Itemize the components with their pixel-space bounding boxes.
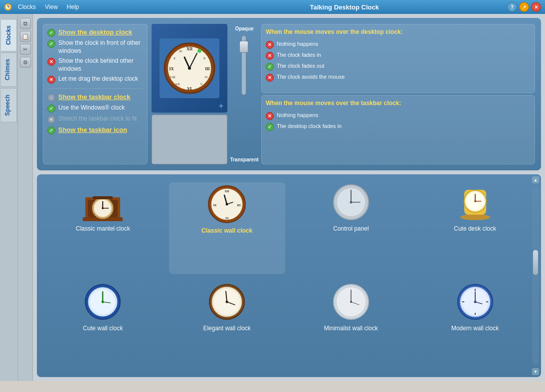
- clock-item-cute-desk[interactable]: Cute desk clock: [417, 182, 533, 274]
- restore-button[interactable]: ↗: [519, 2, 529, 12]
- svg-point-69: [350, 301, 352, 303]
- svg-point-46: [460, 214, 490, 220]
- svg-text:II: II: [203, 57, 205, 60]
- clock-gallery: Classic mantel clock XII III VI IX: [37, 174, 541, 377]
- option-taskbar-label: Show the taskbar clock: [58, 93, 131, 102]
- clock-item-modern-wall[interactable]: Modern wall clock: [417, 282, 533, 370]
- paste-icon-button[interactable]: 📋: [20, 31, 31, 42]
- svg-rect-31: [93, 196, 113, 199]
- clock-item-control-panel[interactable]: Control panel: [293, 182, 409, 274]
- option-front[interactable]: ✓ Show the clock in front of other windo…: [47, 39, 143, 55]
- option-taskbar-icon-label: Show the taskbar icon: [58, 126, 127, 134]
- svg-text:XII: XII: [186, 47, 192, 51]
- check-avoids: ✕: [266, 74, 274, 82]
- cute-wall-label: Cute wall clock: [83, 325, 123, 332]
- check-windows: ✓: [47, 105, 55, 113]
- scroll-up-button[interactable]: ▲: [532, 176, 539, 183]
- mouse-avoids[interactable]: ✕ The clock avoids the mouse: [266, 73, 531, 82]
- check-stretch: ✕: [47, 116, 55, 124]
- elegant-wall-icon: [207, 282, 247, 322]
- control-panel-icon: [331, 182, 371, 222]
- scrollbar-thumb[interactable]: [533, 250, 538, 275]
- close-button[interactable]: ✕: [531, 2, 541, 12]
- clock-item-elegant-wall[interactable]: Elegant wall clock: [169, 282, 285, 370]
- copy-icon-button[interactable]: ⧉: [20, 18, 31, 29]
- scroll-down-button[interactable]: ▼: [532, 368, 539, 375]
- control-panel-label: Control panel: [333, 225, 368, 232]
- taskbar-fades-label: The desktop clock fades in: [277, 123, 342, 130]
- mouse-avoids-label: The clock avoids the mouse: [277, 73, 345, 80]
- tab-chimes[interactable]: Chimes: [1, 52, 17, 87]
- mouse-fades-out[interactable]: ✓ The clock fades out: [266, 62, 531, 71]
- modern-wall-icon: [455, 282, 495, 322]
- cute-desk-icon: [455, 182, 495, 222]
- menu-view[interactable]: View: [42, 3, 61, 10]
- minimalist-wall-label: Minimalist wall clock: [324, 325, 378, 332]
- taskbar-nothing-label: Nothing happens: [277, 112, 318, 119]
- taskbar-fades-in[interactable]: ✓ The desktop clock fades in: [266, 123, 531, 131]
- option-stretch-label: Stretch the taskbar clock to fit: [58, 115, 137, 123]
- option-show-desktop-label: Show the desktop clock: [58, 28, 132, 37]
- classic-mantel-label: Classic mantel clock: [76, 225, 130, 232]
- option-show-desktop[interactable]: ✓ Show the desktop clock: [47, 28, 143, 37]
- clock-item-cute-wall[interactable]: Cute wall clock: [45, 282, 161, 370]
- check-taskbar-fades: ✓: [266, 123, 274, 131]
- clock-item-classic-mantel[interactable]: Classic mantel clock: [45, 182, 161, 274]
- svg-text:VI: VI: [187, 87, 192, 91]
- scissors-icon-button[interactable]: ✂: [20, 44, 31, 55]
- svg-point-58: [102, 300, 104, 303]
- check-front: ✓: [47, 40, 55, 48]
- svg-text:VII: VII: [176, 83, 180, 86]
- svg-text:X: X: [174, 57, 176, 60]
- mouse-desktop-title: When the mouse moves over the desktop cl…: [266, 28, 531, 36]
- option-windows-label: Use the Windows® clock: [58, 104, 125, 112]
- cute-desk-label: Cute desk clock: [454, 225, 496, 232]
- check-taskbar: ○: [47, 94, 55, 102]
- svg-point-22: [197, 49, 201, 53]
- title-bar-controls: ? ↗ ✕: [507, 2, 541, 12]
- clock-item-classic-wall[interactable]: XII III VI IX Classic wall clock: [169, 182, 285, 274]
- bottom-gallery-panel: ▲ Classic mantel clock: [37, 174, 541, 377]
- svg-point-79: [474, 300, 476, 303]
- check-taskbar-nothing: ✕: [266, 112, 274, 120]
- opacity-slider-track: [241, 35, 246, 95]
- option-stretch[interactable]: ✕ Stretch the taskbar clock to fit: [47, 115, 143, 124]
- check-nothing: ✕: [266, 41, 274, 49]
- check-taskbar-icon: ✓: [47, 127, 55, 134]
- clock-item-minimalist-wall[interactable]: Minimalist wall clock: [293, 282, 409, 370]
- option-show-taskbar[interactable]: ○ Show the taskbar clock: [47, 93, 143, 102]
- svg-text:IV: IV: [205, 76, 208, 79]
- menu-help[interactable]: Help: [64, 3, 82, 10]
- minimalist-wall-icon: [331, 282, 371, 322]
- option-taskbar-icon[interactable]: ✓ Show the taskbar icon: [47, 126, 143, 134]
- mouse-fades-in[interactable]: ✕ The clock fades in: [266, 51, 531, 60]
- option-drag-label: Let me drag the desktop clock: [58, 75, 138, 83]
- option-behind[interactable]: ✕ Show the clock behind other windows: [47, 57, 143, 73]
- settings-icon-button[interactable]: ⚙: [20, 57, 31, 68]
- classic-wall-icon: XII III VI IX: [207, 184, 247, 224]
- add-clock-button[interactable]: +: [219, 102, 223, 111]
- svg-text:XI: XI: [179, 50, 182, 53]
- svg-text:VI: VI: [225, 217, 229, 220]
- mouse-fades-in-label: The clock fades in: [277, 51, 321, 58]
- help-button[interactable]: ?: [507, 2, 517, 12]
- menu-clocks[interactable]: Clocks: [15, 3, 39, 10]
- main-container: Clocks Chimes Speech ⧉ 📋 ✂ ⚙ ✓ Show the …: [0, 14, 545, 381]
- check-fades-out: ✓: [266, 63, 274, 71]
- title-label: Talking Desktop Clock: [182, 3, 508, 11]
- opacity-slider-thumb[interactable]: [239, 41, 248, 53]
- mouse-nothing[interactable]: ✕ Nothing happens: [266, 40, 531, 49]
- svg-point-21: [188, 67, 191, 70]
- svg-point-40: [226, 203, 228, 206]
- tab-speech[interactable]: Speech: [1, 88, 17, 123]
- app-icon: [4, 3, 12, 11]
- option-behind-label: Show the clock behind other windows: [58, 57, 143, 73]
- option-windows-clock[interactable]: ✓ Use the Windows® clock: [47, 104, 143, 113]
- taskbar-nothing[interactable]: ✕ Nothing happens: [266, 112, 531, 120]
- mouse-taskbar-title: When the mouse moves over the taskbar cl…: [266, 100, 531, 108]
- svg-point-30: [102, 207, 104, 209]
- option-drag[interactable]: ✕ Let me drag the desktop clock: [47, 75, 143, 84]
- tab-clocks[interactable]: Clocks: [1, 19, 17, 51]
- content-area: ✓ Show the desktop clock ✓ Show the cloc…: [33, 14, 545, 381]
- modern-wall-label: Modern wall clock: [451, 325, 499, 332]
